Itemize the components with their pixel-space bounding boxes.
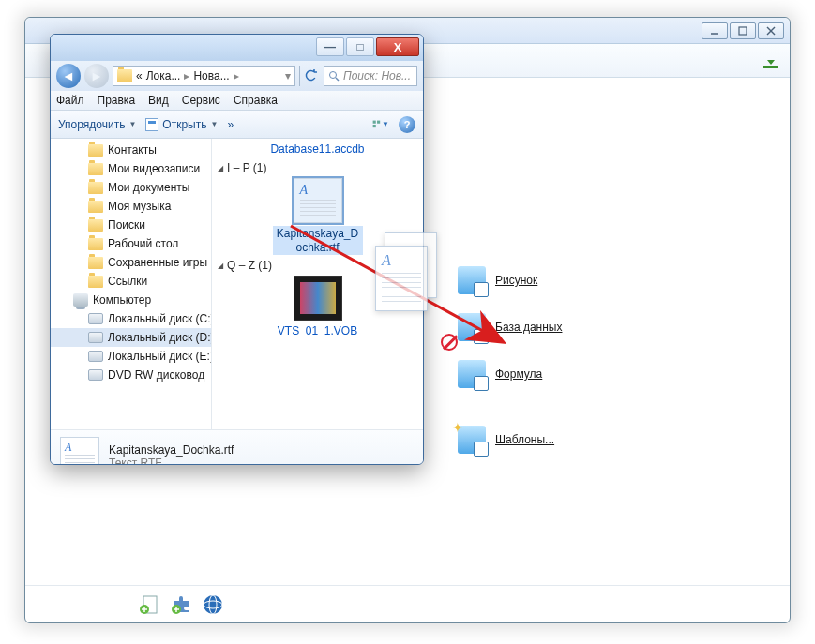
tree-item[interactable]: Локальный диск (C:)	[51, 309, 211, 328]
tree-item-label: Рабочий стол	[108, 237, 178, 250]
minimize-button[interactable]: —	[316, 37, 344, 56]
launch-item-formula[interactable]: Формула	[458, 360, 542, 388]
launcher-close-button[interactable]	[758, 22, 784, 39]
tree-item-label: Компьютер	[93, 293, 151, 307]
search-placeholder: Поиск: Нов...	[343, 69, 411, 82]
download-icon[interactable]	[762, 52, 780, 69]
explorer-nav-row: ◄ ► « Лока... ▸ Нова... ▸ ▾ Поиск: Нов..…	[51, 61, 423, 91]
organize-label: Упорядочить	[58, 118, 125, 131]
extension-icon[interactable]	[170, 593, 192, 616]
svg-rect-15	[377, 120, 380, 123]
tree-item-label: DVD RW дисковод	[108, 368, 204, 382]
tree-item[interactable]: Рабочий стол	[51, 234, 211, 253]
folder-icon	[88, 144, 103, 157]
tree-item[interactable]: Сохраненные игры	[51, 253, 211, 272]
back-button[interactable]: ◄	[56, 64, 81, 88]
open-button[interactable]: Открыть▼	[145, 118, 218, 131]
refresh-button[interactable]	[299, 66, 320, 86]
group-header[interactable]: I – P (1)	[218, 161, 417, 174]
view-mode-button[interactable]: ▼	[372, 116, 389, 133]
toolbar-extra-button[interactable]: »	[227, 118, 234, 131]
launch-item-database[interactable]: База данных	[458, 313, 562, 341]
file-label[interactable]: Database11.accdb	[218, 142, 417, 156]
menu-service[interactable]: Сервис	[182, 94, 220, 107]
file-name: Kapitanskaya_Dochka.rtf	[273, 226, 363, 255]
launcher-maximize-button[interactable]	[730, 22, 756, 39]
svg-line-12	[336, 78, 339, 81]
forward-button[interactable]: ►	[84, 64, 109, 88]
tree-item[interactable]: Мои видеозаписи	[51, 159, 211, 178]
dropdown-icon[interactable]: ▾	[285, 69, 291, 82]
explorer-toolbar: Упорядочить▼ Открыть▼ » ▼ ?	[51, 111, 423, 139]
no-drop-icon	[441, 334, 458, 351]
chevron-down-icon: ▼	[128, 120, 136, 128]
folder-icon	[88, 276, 103, 288]
formula-icon	[458, 360, 486, 388]
tree-item[interactable]: DVD RW дисковод	[51, 366, 211, 384]
maximize-glyph: □	[356, 40, 363, 53]
tree-item[interactable]: Локальный диск (E:)	[51, 347, 211, 366]
folder-icon	[88, 182, 103, 194]
file-tile-selected[interactable]: Kapitanskaya_Dochka.rtf	[273, 178, 363, 255]
explorer-titlebar[interactable]: — □ X	[51, 35, 423, 61]
launch-label: Формула	[495, 367, 542, 381]
breadcrumb-segment[interactable]: Лока...	[146, 69, 181, 82]
close-glyph: X	[394, 40, 402, 54]
svg-rect-4	[763, 66, 778, 68]
disk-icon	[88, 369, 103, 381]
breadcrumb-segment[interactable]: Нова...	[193, 69, 229, 82]
tree-item[interactable]: Моя музыка	[51, 197, 211, 216]
breadcrumb-separator: ▸	[234, 69, 239, 82]
add-document-icon[interactable]	[138, 593, 160, 616]
folder-icon	[88, 201, 103, 213]
maximize-button[interactable]: □	[346, 37, 374, 56]
menu-file[interactable]: Файл	[56, 94, 84, 107]
folder-icon	[88, 257, 103, 269]
drawing-icon	[458, 266, 486, 294]
globe-icon[interactable]	[202, 593, 224, 616]
tree-item-label: Сохраненные игры	[108, 256, 207, 269]
chevron-down-icon: ▼	[210, 120, 218, 128]
explorer-window: — □ X ◄ ► « Лока... ▸ Нова... ▸ ▾ Поиск:…	[50, 34, 424, 465]
tree-item-label: Локальный диск (E:)	[108, 350, 212, 363]
open-icon	[145, 118, 158, 131]
svg-point-8	[204, 595, 222, 614]
folder-icon	[117, 69, 132, 82]
tree-item[interactable]: Компьютер	[51, 291, 211, 309]
tree-item[interactable]: Мои документы	[51, 178, 211, 197]
templates-icon	[458, 426, 486, 454]
details-filetype: Текст RTF	[109, 457, 234, 466]
document-thumb-icon	[294, 178, 342, 223]
computer-icon	[73, 293, 88, 307]
folder-icon	[88, 238, 103, 250]
tree-item[interactable]: Ссылки	[51, 272, 211, 291]
disk-icon	[88, 351, 103, 362]
menu-view[interactable]: Вид	[148, 94, 169, 107]
close-button[interactable]: X	[376, 37, 419, 56]
launch-item-templates[interactable]: Шаблоны...	[458, 426, 554, 454]
organize-button[interactable]: Упорядочить▼	[58, 118, 136, 131]
tree-item[interactable]: Локальный диск (D:)	[51, 328, 211, 347]
launcher-minimize-button[interactable]	[702, 22, 728, 39]
tree-item[interactable]: Контакты	[51, 141, 211, 159]
svg-rect-14	[373, 125, 376, 127]
search-input[interactable]: Поиск: Нов...	[324, 66, 417, 86]
explorer-menubar: Файл Правка Вид Сервис Справка	[51, 91, 423, 111]
tree-item[interactable]: Поиски	[51, 216, 211, 234]
details-thumb-icon	[60, 437, 99, 466]
address-bar[interactable]: « Лока... ▸ Нова... ▸ ▾	[113, 66, 295, 86]
video-thumb-icon	[294, 276, 342, 321]
launch-item-drawing[interactable]: Рисунок	[458, 266, 537, 294]
menu-help[interactable]: Справка	[234, 94, 278, 107]
tree-item-label: Ссылки	[108, 275, 147, 288]
tree-item-label: Моя музыка	[108, 200, 171, 213]
menu-edit[interactable]: Правка	[98, 94, 136, 107]
help-button[interactable]: ?	[399, 116, 415, 133]
file-tile[interactable]: VTS_01_1.VOB	[273, 276, 363, 338]
svg-rect-13	[373, 120, 376, 123]
tree-item-label: Поиски	[108, 218, 145, 232]
svg-rect-1	[739, 27, 747, 35]
launch-label: Шаблоны...	[495, 433, 554, 446]
database-icon	[458, 313, 486, 341]
folder-tree[interactable]: КонтактыМои видеозаписиМои документыМоя …	[51, 139, 212, 429]
